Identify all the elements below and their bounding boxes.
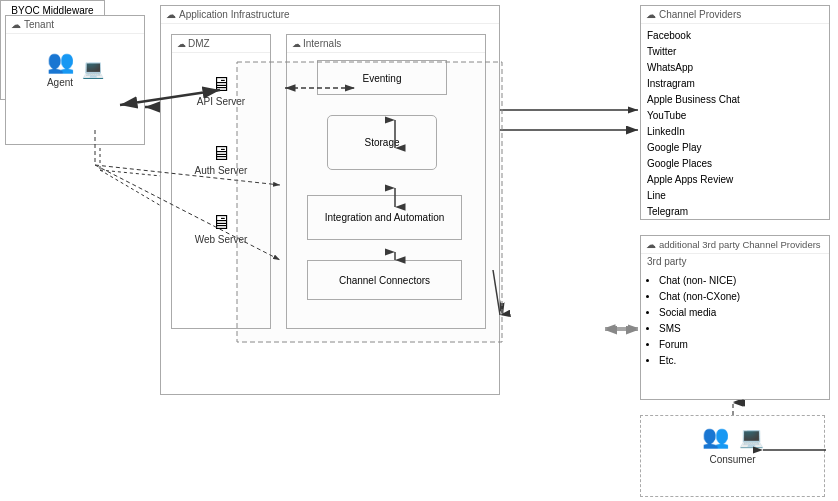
eventing-box: Eventing: [317, 60, 447, 95]
list-item: Line: [647, 188, 823, 204]
consumer-laptop-figure: 💻: [739, 425, 764, 449]
list-item: Etc.: [659, 353, 823, 369]
third-party-box: ☁ additional 3rd party Channel Providers…: [640, 235, 830, 400]
list-item: WhatsApp: [647, 60, 823, 76]
list-item: Telegram: [647, 204, 823, 220]
third-party-sublabel: 3rd party: [641, 254, 829, 269]
channel-providers-label: Channel Providers: [659, 9, 741, 20]
list-item: Facebook: [647, 28, 823, 44]
internals-label: Internals: [303, 38, 341, 49]
list-item: Instragram: [647, 76, 823, 92]
consumer-box: 👥 💻 Consumer: [640, 415, 825, 497]
consumer-label: Consumer: [641, 454, 824, 465]
third-party-header: ☁ additional 3rd party Channel Providers: [641, 236, 829, 254]
cloud-icon-tenant: ☁: [11, 19, 21, 30]
internals-box: ☁ Internals Eventing Storage Integration…: [286, 34, 486, 329]
internals-header: ☁ Internals: [287, 35, 485, 53]
agent-laptop-icon: 💻: [82, 58, 104, 80]
cloud-icon-infra: ☁: [166, 9, 176, 20]
channel-providers-box: ☁ Channel Providers Facebook Twitter Wha…: [640, 5, 830, 220]
app-infra-box: ☁ Application Infrastructure ☁ DMZ 🖥 API…: [160, 5, 500, 395]
integration-box: Integration and Automation: [307, 195, 462, 240]
cloud-icon-cp: ☁: [646, 9, 656, 20]
api-server: 🖥 API Server: [172, 73, 270, 107]
cloud-icon-dmz: ☁: [177, 39, 186, 49]
dmz-label: DMZ: [188, 38, 210, 49]
channel-providers-header: ☁ Channel Providers: [641, 6, 829, 24]
agent-person-icon: 👥: [47, 49, 74, 75]
channel-providers-list: Facebook Twitter WhatsApp Instragram App…: [641, 24, 829, 224]
auth-server-label: Auth Server: [172, 165, 270, 176]
dmz-header: ☁ DMZ: [172, 35, 270, 53]
third-party-list: Chat (non- NICE) Chat (non-CXone) Social…: [641, 269, 829, 373]
storage-box: Storage: [327, 115, 437, 170]
eventing-label: Eventing: [363, 73, 402, 84]
list-item: LinkedIn: [647, 124, 823, 140]
list-item: Chat (non- NICE): [659, 273, 823, 289]
cloud-icon-tp: ☁: [646, 239, 656, 250]
list-item: Apple Apps Review: [647, 172, 823, 188]
list-item: Google Play: [647, 140, 823, 156]
list-item: Social media: [659, 305, 823, 321]
web-server: 🖥 Web Server: [172, 211, 270, 245]
consumer-figure: 👥: [702, 424, 729, 450]
dmz-box: ☁ DMZ 🖥 API Server 🖥 Auth Server 🖥 Web S…: [171, 34, 271, 329]
channel-connectors-box: Channel Connectors: [307, 260, 462, 300]
storage-label: Storage: [364, 137, 399, 148]
list-item: SMS: [659, 321, 823, 337]
web-server-label: Web Server: [172, 234, 270, 245]
list-item: Apple Business Chat: [647, 92, 823, 108]
api-server-label: API Server: [172, 96, 270, 107]
app-infra-header: ☁ Application Infrastructure: [161, 6, 499, 24]
agent-figure: 👥 Agent: [47, 49, 74, 88]
agent-label: Agent: [47, 77, 74, 88]
tenant-label: Tenant: [24, 19, 54, 30]
tenant-header: ☁ Tenant: [6, 16, 144, 34]
list-item: Forum: [659, 337, 823, 353]
diagram-container: ☁ Tenant 👥 Agent 💻 ☁ Application Infrast…: [0, 0, 838, 501]
list-item: Chat (non-CXone): [659, 289, 823, 305]
list-item: Twitter: [647, 44, 823, 60]
tenant-box: ☁ Tenant 👥 Agent 💻: [5, 15, 145, 145]
list-item: YouTube: [647, 108, 823, 124]
third-party-label: additional 3rd party Channel Providers: [659, 239, 821, 250]
channel-connectors-label: Channel Connectors: [339, 275, 430, 286]
laptop-figure: 💻: [82, 58, 104, 80]
list-item: Google Places: [647, 156, 823, 172]
auth-server: 🖥 Auth Server: [172, 142, 270, 176]
cloud-icon-internals: ☁: [292, 39, 301, 49]
integration-label: Integration and Automation: [325, 212, 445, 223]
app-infra-label: Application Infrastructure: [179, 9, 290, 20]
